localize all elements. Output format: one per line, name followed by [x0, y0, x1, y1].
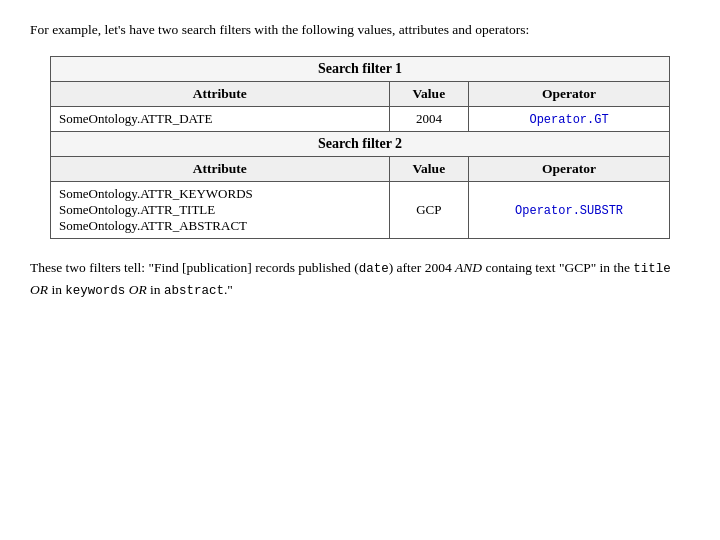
- footer-title-mono: title: [633, 262, 671, 276]
- filter2-value-cell: GCP: [389, 182, 469, 239]
- filter1-attribute-cell: SomeOntology.ATTR_DATE: [51, 107, 390, 132]
- filters-table: Search filter 1 Attribute Value Operator…: [50, 56, 670, 239]
- filter2-header: Search filter 2: [51, 132, 670, 157]
- filter1-col-value: Value: [389, 82, 469, 107]
- filter2-header-row: Search filter 2: [51, 132, 670, 157]
- footer-and-italic: AND: [455, 260, 482, 275]
- filter1-operator-value: Operator.GT: [529, 113, 608, 127]
- footer-paragraph: These two filters tell: "Find [publicati…: [30, 257, 690, 301]
- filter1-data-row: SomeOntology.ATTR_DATE 2004 Operator.GT: [51, 107, 670, 132]
- filter2-col-attribute: Attribute: [51, 157, 390, 182]
- filter1-col-operator: Operator: [469, 82, 670, 107]
- filter2-operator-value: Operator.SUBSTR: [515, 204, 623, 218]
- filter2-attribute-cell: SomeOntology.ATTR_KEYWORDS SomeOntology.…: [51, 182, 390, 239]
- filter1-value-cell: 2004: [389, 107, 469, 132]
- footer-date-mono: date: [359, 262, 389, 276]
- filter2-col-operator: Operator: [469, 157, 670, 182]
- footer-or2-italic: OR: [129, 282, 147, 297]
- intro-paragraph: For example, let's have two search filte…: [30, 20, 690, 40]
- footer-keywords-mono: keywords: [65, 284, 125, 298]
- footer-or1-italic: OR: [30, 282, 48, 297]
- filter2-operator-cell: Operator.SUBSTR: [469, 182, 670, 239]
- filter2-col-headers-row: Attribute Value Operator: [51, 157, 670, 182]
- filter2-col-value: Value: [389, 157, 469, 182]
- footer-abstract-mono: abstract: [164, 284, 224, 298]
- filter2-data-row: SomeOntology.ATTR_KEYWORDS SomeOntology.…: [51, 182, 670, 239]
- filter1-operator-cell: Operator.GT: [469, 107, 670, 132]
- filter1-col-headers-row: Attribute Value Operator: [51, 82, 670, 107]
- filter1-col-attribute: Attribute: [51, 82, 390, 107]
- filter1-header-row: Search filter 1: [51, 57, 670, 82]
- filter1-header: Search filter 1: [51, 57, 670, 82]
